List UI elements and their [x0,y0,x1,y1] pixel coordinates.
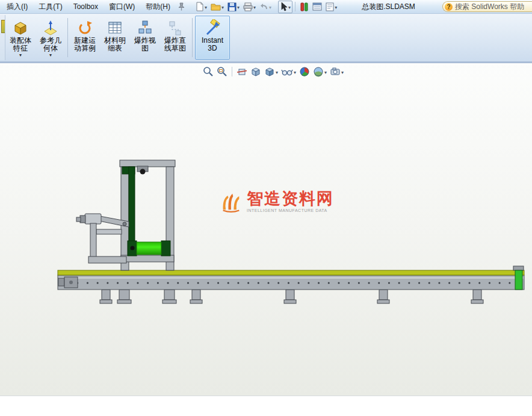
options-icon [326,2,334,11]
help-search-input[interactable] [455,2,530,11]
menu-pin-icon[interactable] [178,2,185,11]
command-separator [192,18,193,57]
select-cursor-icon [280,2,288,11]
select-tool-button[interactable] [278,1,292,13]
reference-geometry-label: 参考几何体 [39,37,63,52]
graphics-area[interactable]: 智造资料网 INTELLIGENT MANUFACTURE DATA [0,63,532,396]
instant3d-label: Instant3D [200,37,224,52]
exploded-view-button[interactable]: 爆炸视图 [131,16,159,60]
bom-table-icon [107,19,123,37]
instant3d-icon [204,19,221,37]
bill-of-materials-button[interactable]: 材料明细表 [101,16,129,60]
right-end-roller [515,270,522,290]
options-button[interactable] [324,1,339,13]
rebuild-button[interactable] [298,1,311,13]
explode-line-sketch-icon [167,19,183,37]
watermark-logo-icon [219,190,243,214]
arm-cylinder [85,214,101,224]
toolbar-separator [295,2,295,11]
command-separator [67,18,68,57]
watermark-title: 智造资料网 [247,190,334,208]
new-document-button[interactable] [193,1,209,13]
reference-geometry-button[interactable]: 参考几何体 ▾ [36,16,65,60]
stand-rail [88,256,126,263]
assembly-features-button[interactable]: 装配体特征 ▾ [6,16,35,60]
menu-toolbox[interactable]: Toolbox [68,1,104,13]
document-title: 总装图.SLDASM [362,2,415,12]
new-motion-study-label: 新建运动算例 [73,37,97,52]
help-icon: ? [445,3,453,11]
assembly-features-icon [13,19,28,37]
motion-study-icon [77,19,93,37]
green-roller [137,242,161,255]
properties-button[interactable] [311,1,324,13]
dropdown-arrow-icon: ▾ [19,53,22,58]
reference-geometry-icon [43,19,58,37]
menu-window[interactable]: 窗口(W) [104,0,140,14]
help-search-box[interactable]: ? [442,1,532,12]
assembly-model[interactable] [0,63,532,396]
menu-insert[interactable]: 插入(I) [1,0,33,14]
new-motion-study-button[interactable]: 新建运动算例 [70,16,99,60]
rebuild-icon [300,2,309,11]
status-bar [0,396,532,416]
save-icon [227,2,237,11]
cut-off-button [0,15,5,60]
explode-line-sketch-button[interactable]: 爆炸直线草图 [161,16,190,60]
command-manager: 装配体特征 ▾ 参考几何体 ▾ 新建运动算例 材料明细表 [0,14,532,63]
open-folder-icon [211,2,221,11]
conveyor-belt-stripe [58,270,524,275]
sensor-head [140,169,146,175]
exploded-view-icon [137,19,153,37]
print-icon [243,2,253,11]
explode-line-sketch-label: 爆炸直线草图 [163,37,187,52]
undo-icon [259,2,268,11]
assembly-features-label: 装配体特征 [8,37,32,52]
open-button[interactable] [209,1,226,13]
menu-bar: 插入(I) 工具(T) Toolbox 窗口(W) 帮助(H) [0,0,532,14]
exploded-view-label: 爆炸视图 [133,37,157,52]
watermark-subtitle: INTELLIGENT MANUFACTURE DATA [247,208,334,213]
watermark: 智造资料网 INTELLIGENT MANUFACTURE DATA [219,190,334,214]
instant3d-button[interactable]: Instant3D [195,16,230,60]
undo-button[interactable] [258,1,273,13]
print-button[interactable] [241,1,258,13]
support-feet [100,290,483,303]
menu-tools[interactable]: 工具(T) [33,0,67,14]
dropdown-arrow-icon: ▾ [49,53,52,58]
save-button[interactable] [226,1,241,13]
solidworks-window: 插入(I) 工具(T) Toolbox 窗口(W) 帮助(H) [0,0,532,416]
vertical-belt-strip [129,167,135,241]
properties-icon [312,2,322,11]
new-document-icon [195,2,204,11]
menu-help[interactable]: 帮助(H) [140,0,176,14]
bill-of-materials-label: 材料明细表 [103,37,127,52]
